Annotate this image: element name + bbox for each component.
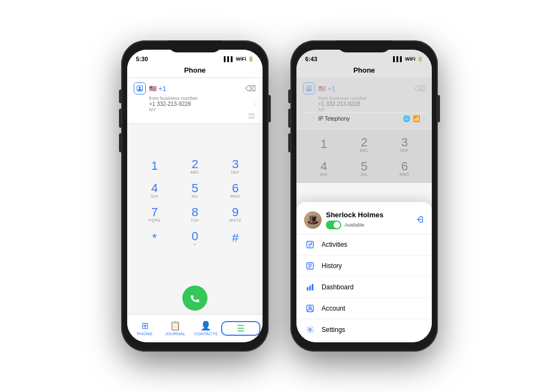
avatar: 🎩 — [304, 211, 322, 229]
key-6-r: 6MNO — [385, 157, 424, 180]
business-location: NY — [149, 107, 256, 112]
chevron-right-icon: › — [254, 101, 256, 107]
status-text: Available — [344, 222, 364, 228]
toggle-thumb — [334, 222, 340, 228]
menu-item-settings[interactable]: Settings — [296, 319, 432, 340]
key-1[interactable]: 1 — [135, 155, 174, 177]
svg-rect-8 — [310, 286, 311, 290]
key-9[interactable]: 9WXYZ — [216, 203, 255, 225]
user-info: Sherlock Holmes Available — [326, 211, 411, 229]
wifi-small-icon: 📶 — [413, 115, 420, 122]
signal-icon-right: ▌▌▌ — [393, 56, 403, 62]
history-label: History — [322, 262, 342, 270]
svg-rect-7 — [307, 287, 308, 290]
user-name: Sherlock Holmes — [326, 211, 411, 219]
business-number: +1 332-213-9228 — [149, 101, 191, 107]
key-star[interactable]: * — [135, 227, 174, 250]
key-1-r: 1 — [304, 133, 343, 156]
backspace-button-right: ⌫ — [414, 83, 425, 94]
svg-point-12 — [309, 329, 311, 331]
location-right: NY — [318, 107, 425, 112]
nav-title-right: Phone — [296, 65, 432, 78]
battery-icon: 🔋 — [248, 56, 254, 62]
phone-tab-label: PHONE — [137, 331, 152, 336]
key-7[interactable]: 7PQRS — [135, 203, 174, 225]
menu-item-history[interactable]: History — [296, 256, 432, 277]
battery-icon-right: 🔋 — [417, 56, 423, 62]
svg-rect-9 — [312, 284, 313, 290]
dashboard-label: Dashboard — [322, 283, 354, 291]
flag-code-right: 🇺🇸 +1 — [318, 85, 411, 93]
key-5[interactable]: 5JKL — [175, 179, 215, 201]
keypad-grid: 1 2ABC 3DEF 4GHI 5JKL 6MNO 7PQRS 8TUV 9W… — [135, 155, 255, 250]
menu-item-dashboard[interactable]: Dashboard — [296, 277, 432, 298]
phone-tab-icon: ⊞ — [141, 320, 148, 331]
journal-tab-icon: 📋 — [170, 320, 181, 331]
left-phone: 5:30 ▌▌▌ WiFi 🔋 Phone 🇺🇸 — [121, 40, 269, 352]
from-business-right: from business number — [318, 96, 425, 101]
key-8[interactable]: 8TUV — [175, 203, 215, 225]
keypad-right: 1 2ABC 3DEF 4GHI 5JKL 6MNO — [296, 129, 432, 183]
ip-label: IP Telephony — [318, 116, 400, 122]
from-business-label: from business number — [149, 96, 256, 101]
call-section — [127, 281, 263, 314]
volume-up-button-right — [288, 109, 290, 128]
account-icon — [304, 302, 316, 314]
key-3[interactable]: 3DEF — [216, 155, 255, 177]
logout-button[interactable] — [415, 215, 424, 225]
status-time: 5:30 — [136, 56, 148, 62]
tab-journal[interactable]: 📋 JOURNAL — [160, 320, 191, 336]
contact-icon-right — [303, 82, 315, 94]
menu-item-activities[interactable]: Activities — [296, 234, 432, 256]
flag-icon: 🇺🇸 — [149, 85, 157, 92]
left-screen: 5:30 ▌▌▌ WiFi 🔋 Phone 🇺🇸 — [127, 50, 263, 342]
contacts-tab-icon: 👤 — [200, 320, 211, 331]
key-3-r: 3DEF — [385, 133, 424, 156]
wifi-icon-right: WiFi — [405, 56, 415, 62]
notch — [168, 40, 222, 52]
tab-bar: ⊞ PHONE 📋 JOURNAL 👤 CONTACTS ☰ — [127, 314, 263, 342]
activities-label: Activities — [322, 241, 347, 248]
flag-code: 🇺🇸 +1 — [149, 85, 242, 93]
call-button[interactable] — [182, 286, 207, 311]
account-label: Account — [322, 305, 345, 312]
menu-tab-icon: ☰ — [237, 323, 245, 334]
tab-contacts[interactable]: 👤 CONTACTS — [191, 320, 221, 336]
status-row: Available — [326, 221, 411, 229]
tab-phone[interactable]: ⊞ PHONE — [129, 320, 160, 336]
right-phone: 6:43 ▌▌▌ WiFi 🔋 Phone 🇺🇸 — [290, 40, 438, 352]
right-screen: 6:43 ▌▌▌ WiFi 🔋 Phone 🇺🇸 — [296, 50, 432, 342]
tab-menu[interactable]: ☰ — [221, 321, 260, 336]
business-number-right: +1 332-213-9228 — [318, 101, 360, 107]
menu-item-account[interactable]: Account — [296, 298, 432, 319]
status-time-right: 6:43 — [305, 56, 317, 62]
svg-point-11 — [309, 307, 311, 309]
key-4[interactable]: 4GHI — [135, 179, 174, 201]
availability-toggle[interactable] — [326, 221, 341, 229]
journal-tab-label: JOURNAL — [165, 331, 185, 336]
history-icon — [304, 260, 316, 272]
dashboard-icon — [304, 281, 316, 293]
bottom-sheet: 🎩 Sherlock Holmes Available — [296, 202, 432, 342]
contacts-tab-label: CONTACTS — [194, 331, 217, 336]
phone-display-right: 🇺🇸 +1 ⌫ from business number +1 332-213-… — [296, 78, 432, 129]
svg-point-3 — [308, 87, 310, 89]
notch-right — [337, 40, 391, 52]
contact-icon[interactable] — [134, 82, 146, 94]
settings-icon — [304, 324, 316, 336]
key-6[interactable]: 6MNO — [216, 179, 255, 201]
svg-point-1 — [139, 87, 141, 89]
key-0[interactable]: 0+ — [175, 227, 215, 250]
svg-point-5 — [311, 242, 312, 244]
signal-icon: ▌▌▌ — [224, 56, 234, 62]
nav-title: Phone — [127, 65, 263, 78]
keypad: 1 2ABC 3DEF 4GHI 5JKL 6MNO 7PQRS 8TUV 9W… — [127, 123, 263, 282]
power-button — [269, 95, 271, 122]
globe-icon: 🌐 — [403, 115, 411, 122]
key-hash[interactable]: # — [216, 227, 255, 250]
key-4-r: 4GHI — [304, 157, 343, 180]
backspace-button[interactable]: ⌫ — [245, 83, 256, 94]
volume-down-button-right — [288, 133, 290, 152]
key-2[interactable]: 2ABC — [175, 155, 215, 177]
menu-lines-icon — [248, 114, 255, 118]
